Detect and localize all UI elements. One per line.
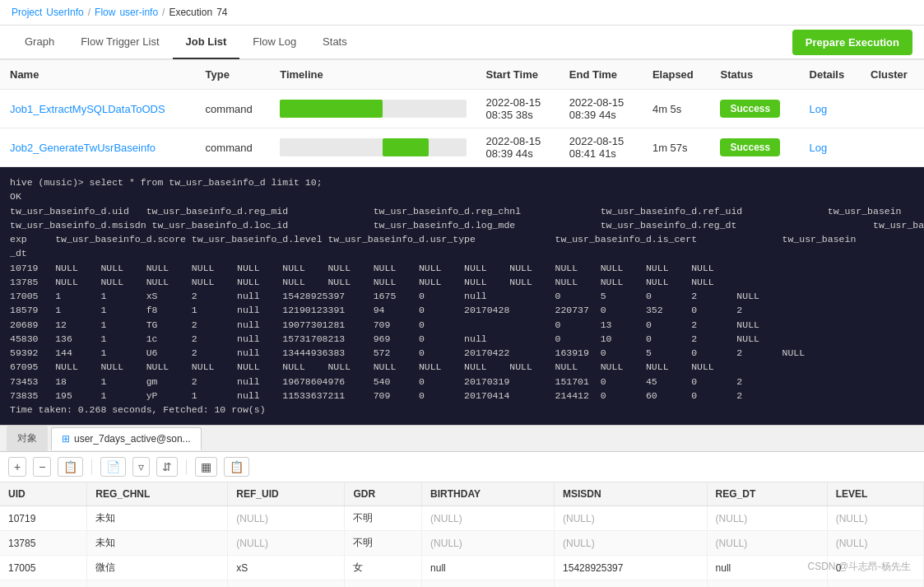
grid-cell: (NULL) [228,506,345,531]
terminal-output: hive (music)> select * from tw_usr_basei… [0,167,924,425]
job-name[interactable]: Job2_GenerateTwUsrBaseinfo [0,128,196,167]
job-details[interactable]: Log [800,128,861,167]
toolbar-separator-2 [186,459,187,474]
job-end-time: 2022-08-15 08:39 44s [560,90,643,128]
copy-row-button[interactable]: 📋 [58,457,83,477]
toolbar-separator-1 [91,459,92,474]
grid-cell: (NULL) [422,506,555,531]
job-table: Name Type Timeline Start Time End Time E… [0,59,924,167]
breadcrumb-project-name[interactable]: UserInfo [46,7,83,18]
grid-col-gdr: GDR [345,482,422,506]
job-timeline [270,128,476,167]
grid-cell: null [422,580,555,587]
job-timeline [270,90,476,128]
tab-job-list[interactable]: Job List [173,26,240,59]
breadcrumb-execution-id: 74 [216,7,227,18]
table-icon: ⊞ [62,433,70,445]
job-elapsed: 4m 5s [643,90,711,128]
job-cluster [861,90,924,128]
col-elapsed: Elapsed [643,60,711,90]
grid-cell: 未知 [87,531,228,556]
data-grid-row: 10719未知(NULL)不明(NULL)(NULL)(NULL)(NULL) [0,506,924,531]
grid-col-birthday: BIRTHDAY [422,482,555,506]
grid-cell: 10719 [0,506,87,531]
breadcrumb-flow-label[interactable]: Flow [95,7,115,18]
col-end-time: End Time [560,60,643,90]
breadcrumb-flow-name[interactable]: user-info [119,7,158,18]
user-data-tab-label: user_7days_active@son... [74,433,191,445]
breadcrumb-project-label[interactable]: Project [12,7,42,18]
prepare-execution-button[interactable]: Prepare Execution [792,30,912,55]
grid-cell: (NULL) [707,506,827,531]
data-grid-row: 17005微信xS女null15428925397null0 [0,556,924,580]
tab-user-data[interactable]: ⊞ user_7days_active@son... [51,427,202,450]
grid-cell: 12190123391 [555,580,708,587]
file-button[interactable]: 📄 [100,457,126,477]
col-type: Type [196,60,271,90]
job-cluster [861,128,924,167]
tab-stats[interactable]: Stats [309,26,360,59]
table-tabs: 对象 ⊞ user_7days_active@son... [0,425,924,452]
job-start-time: 2022-08-15 08:35 38s [476,90,560,128]
remove-row-button[interactable]: − [33,457,51,477]
data-grid: UIDREG_CHNLREF_UIDGDRBIRTHDAYMSISDNREG_D… [0,482,924,587]
grid-cell: (NULL) [228,531,345,556]
tab-graph[interactable]: Graph [12,26,67,59]
grid-cell: null [422,556,555,580]
grid-cell: 男 [345,580,422,587]
job-table-row: Job1_ExtractMySQLDataToODS command 2022-… [0,90,924,128]
grid-cell: (NULL) [827,531,923,556]
timeline-bar [280,100,466,118]
grid-cell: 微信 [87,556,228,580]
grid-col-reg_chnl: REG_CHNL [87,482,228,506]
tab-bar: Graph Flow Trigger List Job List Flow Lo… [0,26,924,59]
grid-cell: 0 [827,580,923,587]
job-type: command [196,128,271,167]
tab-flow-log[interactable]: Flow Log [239,26,309,59]
data-grid-row: 13785未知(NULL)不明(NULL)(NULL)(NULL)(NULL) [0,531,924,556]
breadcrumb: Project UserInfo / Flow user-info / Exec… [0,0,924,26]
job-type: command [196,90,271,128]
grid-cell: 微信 [87,580,228,587]
grid-button[interactable]: ▦ [195,457,217,477]
data-toolbar: + − 📋 📄 ▿ ⇵ ▦ 📋 [0,452,924,482]
sort-button[interactable]: ⇵ [156,457,178,477]
grid-col-reg_dt: REG_DT [707,482,827,506]
col-status: Status [710,60,799,90]
job-start-time: 2022-08-15 08:39 44s [476,128,560,167]
data-grid-row: 18579微信f8男null12190123391201704280 [0,580,924,587]
grid-cell: 女 [345,556,422,580]
col-name: Name [0,60,196,90]
grid-cell: 不明 [345,531,422,556]
job-name[interactable]: Job1_ExtractMySQLDataToODS [0,90,196,128]
filter-button[interactable]: ▿ [132,457,150,477]
breadcrumb-execution-label: Execution [169,7,212,18]
objects-tab-label: 对象 [17,431,37,445]
job-status: Success [710,90,799,128]
grid-cell: (NULL) [422,531,555,556]
timeline-bar [280,138,466,156]
grid-cell: xS [228,556,345,580]
grid-col-ref_uid: REF_UID [228,482,345,506]
grid-col-uid: UID [0,482,87,506]
add-row-button[interactable]: + [8,457,26,477]
grid-cell: 0 [827,556,923,580]
timeline-fill [383,138,429,156]
job-elapsed: 1m 57s [643,128,711,167]
timeline-fill [280,100,383,118]
clipboard-button[interactable]: 📋 [224,457,249,477]
data-grid-wrapper: UIDREG_CHNLREF_UIDGDRBIRTHDAYMSISDNREG_D… [0,482,924,587]
job-status: Success [710,128,799,167]
col-start-time: Start Time [476,60,560,90]
grid-cell: (NULL) [707,531,827,556]
job-details[interactable]: Log [800,90,861,128]
tab-objects[interactable]: 对象 [7,426,48,451]
breadcrumb-sep1: / [88,7,91,18]
grid-cell: 18579 [0,580,87,587]
job-end-time: 2022-08-15 08:41 41s [560,128,643,167]
grid-cell: f8 [228,580,345,587]
col-timeline: Timeline [270,60,476,90]
grid-cell: 15428925397 [555,556,708,580]
tab-flow-trigger-list[interactable]: Flow Trigger List [67,26,172,59]
grid-cell: (NULL) [555,506,708,531]
